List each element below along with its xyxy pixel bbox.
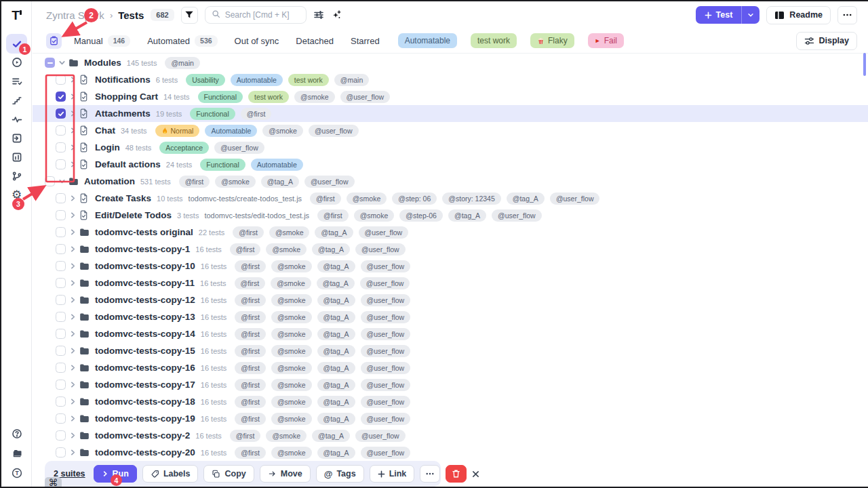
tag-pill[interactable]: Functional bbox=[190, 108, 235, 120]
row-checkbox[interactable] bbox=[56, 295, 66, 305]
tag-pill[interactable]: Acceptance bbox=[159, 142, 209, 154]
suite-name[interactable]: Attachments bbox=[95, 108, 151, 119]
projects-icon[interactable] bbox=[6, 444, 27, 462]
chevron-right-icon[interactable] bbox=[69, 364, 77, 371]
row-checkbox[interactable] bbox=[56, 430, 66, 441]
tree-row[interactable]: Shopping Cart14 testsFunctionaltest work… bbox=[33, 88, 868, 105]
suite-name[interactable]: todomvc-tests-copy-10 bbox=[95, 261, 195, 271]
chevron-down-icon[interactable] bbox=[58, 59, 66, 66]
tag-pill[interactable]: @smoke bbox=[354, 209, 395, 222]
chevron-right-icon[interactable] bbox=[69, 330, 77, 338]
tag-pill[interactable]: @user_flow bbox=[359, 226, 409, 239]
tree-row[interactable]: Chat34 testsNormalAutomatable@smoke@user… bbox=[33, 122, 868, 139]
pulse-icon[interactable] bbox=[6, 110, 27, 128]
suite-name[interactable]: Modules bbox=[84, 58, 121, 68]
tag-pill[interactable]: @smoke bbox=[271, 328, 312, 340]
tag-pill[interactable]: @first bbox=[317, 209, 349, 222]
chevron-right-icon[interactable] bbox=[69, 279, 77, 287]
tag-pill[interactable]: @first bbox=[241, 108, 272, 120]
tag-pill[interactable]: @user_flow bbox=[361, 328, 411, 340]
tag-pill[interactable]: Normal bbox=[155, 125, 200, 137]
tag-pill[interactable]: @user_flow bbox=[361, 345, 411, 357]
tag-pill[interactable]: @smoke bbox=[269, 226, 310, 239]
tree-row[interactable]: todomvc-tests-copy-1616 tests@first@smok… bbox=[33, 359, 868, 376]
chevron-right-icon[interactable] bbox=[69, 347, 77, 354]
chevron-right-icon[interactable] bbox=[69, 262, 77, 270]
row-checkbox[interactable] bbox=[56, 396, 66, 407]
breadcrumb-project[interactable]: Zyntra Spark bbox=[46, 9, 104, 21]
tag-pill[interactable]: @smoke bbox=[271, 362, 312, 374]
tree-row[interactable]: Default actions24 testsFunctionalAutomat… bbox=[33, 156, 868, 173]
suite-name[interactable]: todomvc-tests-copy-2 bbox=[95, 430, 190, 441]
search-box[interactable] bbox=[205, 6, 307, 24]
tag-pill[interactable]: @first bbox=[235, 345, 266, 357]
tag-pill[interactable]: @tag_A bbox=[317, 447, 355, 459]
tree-row[interactable]: todomvc-tests-copy-1816 tests@first@smok… bbox=[33, 393, 868, 410]
steps-icon[interactable] bbox=[6, 91, 27, 109]
tag-pill[interactable]: @smoke bbox=[215, 176, 256, 188]
tag-pill[interactable]: @first bbox=[310, 192, 341, 205]
ai-sparkle-icon[interactable] bbox=[331, 9, 342, 20]
chevron-right-icon[interactable] bbox=[69, 211, 77, 219]
tag-pill[interactable]: @smoke bbox=[271, 294, 312, 306]
tag-pill[interactable]: @user_flow bbox=[361, 260, 411, 272]
move-button[interactable]: Move bbox=[260, 465, 311, 483]
tag-pill[interactable]: @tag_A bbox=[317, 379, 355, 391]
tag-pill[interactable]: Functional bbox=[198, 91, 243, 103]
suite-name[interactable]: todomvc-tests-copy-16 bbox=[95, 363, 195, 373]
tag-pill[interactable]: @first bbox=[235, 379, 266, 391]
chevron-right-icon[interactable] bbox=[69, 381, 77, 388]
tag-pill[interactable]: @user_flow bbox=[304, 176, 355, 188]
row-checkbox[interactable] bbox=[56, 125, 66, 136]
chevron-right-icon[interactable] bbox=[69, 110, 77, 117]
row-checkbox[interactable] bbox=[56, 227, 66, 237]
tag-pill[interactable]: test work bbox=[288, 74, 329, 86]
row-checkbox[interactable] bbox=[56, 261, 66, 271]
tag-pill[interactable]: @user_flow bbox=[361, 294, 411, 306]
tree-row[interactable]: Edit/Delete Todos3 teststodomvc-tests/ed… bbox=[33, 207, 868, 224]
chevron-right-icon[interactable] bbox=[69, 228, 77, 236]
tag-pill[interactable]: @first bbox=[235, 362, 266, 374]
tree-row[interactable]: todomvc-tests-copy-1116 tests@first@smok… bbox=[33, 274, 868, 291]
row-checkbox[interactable] bbox=[56, 278, 66, 288]
chevron-right-icon[interactable] bbox=[69, 76, 77, 83]
row-checkbox[interactable] bbox=[56, 108, 66, 119]
suite-name[interactable]: Chat bbox=[95, 125, 115, 136]
tag-pill[interactable]: @smoke bbox=[271, 379, 312, 391]
chevron-right-icon[interactable] bbox=[69, 415, 77, 422]
row-checkbox[interactable] bbox=[56, 142, 66, 152]
bulk-select-button[interactable] bbox=[46, 33, 62, 49]
chevron-down-icon[interactable] bbox=[742, 6, 760, 24]
tag-pill[interactable]: @first bbox=[235, 260, 266, 272]
branches-icon[interactable] bbox=[6, 167, 27, 185]
tree-row[interactable]: todomvc-tests-copy-2016 tests@first@smok… bbox=[33, 444, 868, 461]
row-checkbox[interactable] bbox=[56, 413, 66, 424]
scrollbar-thumb[interactable] bbox=[863, 53, 866, 76]
tag-pill[interactable]: Functional bbox=[200, 159, 245, 171]
delete-button[interactable] bbox=[446, 465, 467, 483]
suite-name[interactable]: todomvc-tests-copy-19 bbox=[95, 413, 195, 424]
chevron-right-icon[interactable] bbox=[69, 195, 77, 202]
tag-pill[interactable]: @tag_A bbox=[317, 413, 355, 425]
tag-pill[interactable]: @smoke bbox=[294, 91, 335, 103]
tag-pill[interactable]: @user_flow bbox=[361, 447, 411, 459]
tag-pill[interactable]: @tag_A bbox=[261, 176, 299, 188]
import-icon[interactable] bbox=[6, 129, 27, 147]
tag-pill[interactable]: @tag_A bbox=[317, 311, 355, 323]
tag-pill[interactable]: @first bbox=[179, 176, 210, 188]
chevron-right-icon[interactable] bbox=[69, 245, 77, 253]
tag-pill[interactable]: @user_flow bbox=[309, 125, 359, 137]
tag-pill[interactable]: @user_flow bbox=[361, 413, 411, 425]
tree-row[interactable]: todomvc-tests-copy-1316 tests@first@smok… bbox=[33, 308, 868, 325]
tags-button[interactable]: @Tags bbox=[316, 465, 364, 483]
tag-pill[interactable]: @first bbox=[233, 226, 264, 239]
tree-row[interactable]: todomvc-tests-copy-216 tests@first@smoke… bbox=[33, 427, 868, 444]
tag-pill[interactable]: Automatable bbox=[231, 74, 283, 86]
chevron-right-icon[interactable] bbox=[69, 127, 77, 134]
row-checkbox[interactable] bbox=[56, 329, 66, 339]
suite-name[interactable]: Create Tasks bbox=[95, 193, 151, 203]
tag-pill[interactable]: @tag_A bbox=[507, 192, 545, 205]
tree-row[interactable]: todomvc-tests-copy-116 tests@first@smoke… bbox=[33, 241, 868, 258]
tag-pill[interactable]: @first bbox=[230, 430, 261, 442]
app-logo[interactable]: T bbox=[1, 7, 32, 24]
